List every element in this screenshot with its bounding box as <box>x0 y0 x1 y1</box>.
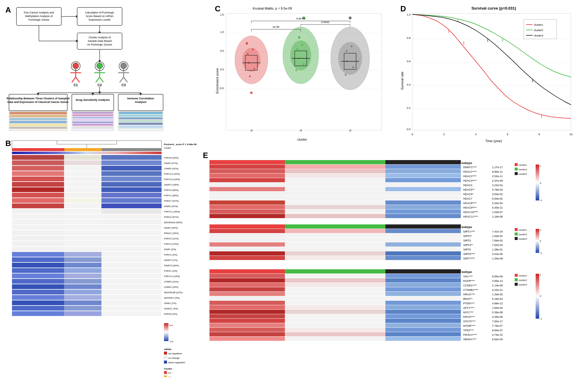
panel-b-legend-title: Purineric_score P = 9.46e-09 <box>164 143 197 146</box>
svg-rect-116 <box>12 252 64 257</box>
svg-rect-223 <box>285 165 385 169</box>
svg-rect-275 <box>209 247 285 251</box>
svg-point-191 <box>352 66 354 68</box>
e-s1-scale-min: -2 <box>540 199 542 202</box>
svg-point-20 <box>121 63 127 69</box>
e-gene-HDAC4: HDAC4 <box>463 184 472 187</box>
svg-rect-256 <box>285 214 385 218</box>
e-pval-BRAF: 5.19e-03 <box>492 297 503 300</box>
svg-rect-265 <box>385 229 461 233</box>
e-pval-HDAC3: 2.37e-09 <box>492 179 503 182</box>
svg-rect-277 <box>385 247 461 251</box>
e-pval-EGFR: 4.00e-13 <box>492 279 503 282</box>
e-pval-SIRT5: 1.28e-01 <box>492 248 503 251</box>
svg-rect-142 <box>101 295 162 300</box>
panel-d-yaxis: Survival rate <box>400 72 404 90</box>
svg-rect-112 <box>101 241 162 246</box>
legend-cluster3: cluster3 <box>534 34 543 37</box>
svg-rect-315 <box>385 310 461 314</box>
svg-rect-143 <box>12 300 64 305</box>
svg-rect-261 <box>536 165 539 200</box>
xtick-0: 0 <box>411 133 413 136</box>
svg-rect-51 <box>72 124 113 126</box>
e-pval-HRAS: 1.34e-05 <box>492 293 503 296</box>
svg-rect-281 <box>209 256 285 260</box>
svg-rect-90 <box>64 203 101 208</box>
e-gene-HDAC3: HDAC3**** <box>463 179 477 182</box>
svg-point-14 <box>97 63 103 69</box>
cluster-c1-label: C1 <box>74 83 78 87</box>
svg-rect-152 <box>164 323 168 341</box>
svg-rect-293 <box>285 278 385 282</box>
svg-rect-101 <box>12 225 64 230</box>
xtick-6: 6 <box>507 133 508 136</box>
svg-rect-251 <box>385 205 461 209</box>
svg-rect-41 <box>10 118 67 120</box>
svg-rect-56 <box>119 117 162 119</box>
mrna-down-label: down-regulation <box>168 361 185 364</box>
svg-rect-238 <box>285 187 385 191</box>
flow-box1-line2: Methylation Analysis of <box>25 15 53 18</box>
svg-rect-243 <box>209 196 285 200</box>
svg-point-178 <box>301 44 303 46</box>
svg-rect-336 <box>515 283 518 286</box>
panel-e: E <box>200 150 584 380</box>
svg-rect-228 <box>209 174 285 178</box>
cluster-c2-label: C2 <box>98 83 102 87</box>
svg-rect-123 <box>64 263 101 268</box>
svg-rect-147 <box>64 306 101 311</box>
svg-rect-283 <box>385 256 461 260</box>
e-s3-scale-min: -2 <box>540 317 542 320</box>
e-gene-CCND1: CCND1**** <box>463 284 477 287</box>
svg-rect-49 <box>72 119 113 121</box>
svg-rect-245 <box>385 196 461 200</box>
svg-rect-270 <box>285 238 385 242</box>
e-gene-SIRT6: SIRT6**** <box>463 253 475 256</box>
svg-rect-130 <box>101 273 162 278</box>
svg-rect-332 <box>285 337 385 341</box>
e-s2-subtype: Subtype <box>461 226 472 229</box>
svg-rect-282 <box>285 256 385 260</box>
svg-rect-230 <box>385 174 461 178</box>
ytick-00: 0.0 <box>407 128 411 131</box>
svg-rect-129 <box>64 273 101 278</box>
svg-rect-329 <box>285 332 385 336</box>
e-pval-HDAC8: 2.02e-04 <box>492 202 503 205</box>
e-gene-SIRT2: SIRT2* <box>463 235 472 238</box>
svg-rect-279 <box>285 251 385 256</box>
e-pval-PTEN: 4.98e-12 <box>492 302 503 305</box>
svg-rect-110 <box>12 241 64 246</box>
gene-label-24: LPAR4 (19%) <box>164 286 179 288</box>
svg-rect-236 <box>385 183 461 187</box>
svg-rect-227 <box>385 169 461 173</box>
flow-box1-line3: Purinergic Genes <box>28 18 49 21</box>
sig-2-3: 0.0042 <box>321 21 329 24</box>
svg-rect-85 <box>101 193 162 197</box>
svg-rect-48 <box>72 117 113 118</box>
svg-rect-146 <box>12 306 64 311</box>
panel-c-x1: ↺ <box>250 129 253 132</box>
svg-rect-262 <box>209 224 461 229</box>
svg-text:Data and Expression of Classic: Data and Expression of Classical Cancer … <box>7 101 69 104</box>
svg-rect-50 <box>72 121 113 123</box>
panel-e-svg: E <box>200 150 584 382</box>
xtick-8: 8 <box>538 133 540 136</box>
svg-rect-248 <box>385 200 461 205</box>
svg-rect-264 <box>285 229 385 233</box>
e-pval-HDAC4: 2.22e-01 <box>492 184 503 187</box>
svg-rect-65 <box>12 160 64 165</box>
svg-rect-271 <box>385 238 461 242</box>
ytick-04: 0.4 <box>407 83 411 86</box>
svg-rect-81 <box>64 187 101 192</box>
e-gene-HDAC2: HDAC2**** <box>463 175 477 178</box>
panel-b-cluster-title: Cluster <box>164 147 171 149</box>
svg-rect-144 <box>64 300 101 305</box>
cluster-c3-label: C3 <box>121 83 126 87</box>
svg-rect-106 <box>101 230 162 235</box>
svg-rect-301 <box>209 292 285 296</box>
svg-rect-92 <box>12 209 64 214</box>
svg-line-12 <box>76 77 80 82</box>
e-gene-HDAC11: HDAC11**** <box>463 215 478 218</box>
e-gene-DNMT1: DNMT1**** <box>463 166 477 169</box>
cluster-c2-legend: C2 <box>168 376 171 377</box>
